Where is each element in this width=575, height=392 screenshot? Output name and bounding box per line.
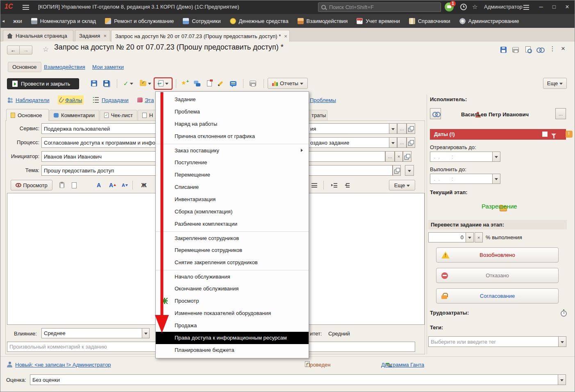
form-tab[interactable]: Комментарии [49, 110, 99, 120]
section-tab[interactable]: Администрирование [455, 14, 524, 28]
maximize-button[interactable]: □ [549, 2, 559, 11]
service-menu-icon[interactable] [523, 5, 529, 10]
menu-item[interactable]: Продажа [156, 319, 309, 332]
respond-by-input[interactable] [430, 152, 493, 162]
print-button[interactable] [247, 78, 259, 89]
timer-icon[interactable] [561, 310, 567, 317]
main-menu-icon[interactable] [23, 5, 29, 10]
stage-approval-button[interactable]: Согласование [436, 288, 559, 304]
scroll-left-icon[interactable]: ◂ [2, 18, 9, 24]
favorite-toggle-icon[interactable]: ☆ [43, 45, 49, 54]
menu-item[interactable]: Разбиение комплектации [156, 218, 309, 230]
create-on-basis-button[interactable]: ↩ [155, 78, 172, 89]
discussions-button[interactable] [191, 78, 203, 89]
dropdown-button[interactable] [466, 232, 474, 242]
priority-value[interactable]: Средний [328, 331, 350, 337]
dropdown-button[interactable] [492, 152, 500, 162]
menu-item[interactable]: Сборка (комплектация) [156, 206, 309, 218]
form-tab[interactable]: Основное [6, 109, 49, 121]
global-search[interactable] [318, 2, 441, 12]
close-form-button[interactable]: × [558, 44, 568, 54]
menu-item[interactable]: Заказ поставщику [156, 144, 309, 156]
indent-button[interactable] [328, 180, 340, 190]
preview-header-button[interactable] [523, 44, 533, 54]
menu-item[interactable]: Начало обслуживания [156, 270, 309, 283]
important-button[interactable] [204, 78, 215, 89]
message-button[interactable] [227, 78, 239, 89]
paste-button[interactable] [56, 180, 67, 190]
tab-home[interactable]: Начальная страница [3, 30, 73, 41]
due-by-input[interactable] [430, 174, 493, 184]
section-tab[interactable]: Номенклатура и склад [27, 14, 100, 28]
related-link[interactable]: Файлы [58, 95, 84, 104]
section-tab[interactable]: жки [9, 14, 27, 28]
tab-access-request[interactable]: Запрос на доступ № 20 от 07.07.23 (Прошу… [111, 30, 290, 42]
related-link[interactable]: Подзадачи [93, 95, 129, 104]
executor-choose-button[interactable]: … [555, 108, 566, 119]
menu-item[interactable]: Изменение показателей оборудования [156, 307, 309, 319]
minimize-button[interactable]: ─ [536, 2, 546, 11]
print-header-button[interactable] [510, 45, 521, 54]
nav-current[interactable]: Основное [8, 62, 41, 72]
close-tab-icon[interactable]: × [284, 33, 287, 39]
open-button[interactable] [403, 151, 411, 162]
more-button[interactable]: Еще [543, 78, 567, 89]
stage-resumed-button[interactable]: Возобновлено [436, 247, 559, 263]
tab-tasks[interactable]: Задания × [75, 30, 110, 41]
stage-declined-button[interactable]: Отказано [436, 268, 559, 283]
more-actions-button[interactable]: ⋮ [547, 44, 558, 54]
tags-input[interactable] [428, 336, 559, 347]
menu-item[interactable]: Снятие закрепления сотрудников [156, 256, 309, 269]
nav-link-notes[interactable]: Мои заметки [92, 64, 124, 70]
section-tab[interactable]: Денежные средства [225, 14, 293, 28]
open-button[interactable] [407, 123, 415, 134]
favorites-icon[interactable]: ☆ [472, 3, 477, 11]
reports-button[interactable]: Отчеты [268, 78, 308, 89]
related-link[interactable]: Эта [137, 95, 154, 104]
font-color-button[interactable]: А [93, 180, 105, 190]
menu-item[interactable]: Причина отклонения от графика [156, 130, 309, 143]
open-button[interactable] [393, 165, 401, 176]
rating-select[interactable] [30, 374, 558, 385]
gantt-link[interactable]: Диаграмма Ганта [381, 362, 424, 368]
menu-item[interactable]: Инвентаризация [156, 193, 309, 206]
menu-item[interactable]: Проблема [156, 106, 309, 118]
menu-item[interactable]: Перемещение [156, 169, 309, 181]
close-window-button[interactable]: × [562, 2, 573, 11]
menu-item[interactable]: Перемещение сотрудников [156, 244, 309, 256]
editor-more-button[interactable]: Еще [389, 180, 415, 190]
forward-button[interactable]: → [20, 45, 32, 54]
nav-link-interactions[interactable]: Взаимодействия [44, 64, 85, 70]
paste-special-button[interactable] [68, 180, 80, 190]
executor-link-button[interactable] [430, 108, 441, 119]
post-and-close-button[interactable]: Провести и закрыть [7, 78, 79, 89]
font-bigger-button[interactable]: А [105, 180, 117, 190]
section-tab[interactable]: Справочники [405, 14, 455, 28]
dropdown-button[interactable] [558, 374, 566, 385]
dates-checkbox[interactable] [542, 131, 548, 137]
save-header-button[interactable] [498, 45, 509, 54]
menu-item[interactable]: Списание [156, 181, 309, 193]
menu-item[interactable]: Просмотр [156, 295, 309, 307]
dropdown-button[interactable] [492, 174, 500, 184]
history-icon[interactable] [460, 4, 467, 10]
search-input[interactable] [329, 3, 439, 11]
dropdown-button[interactable] [558, 336, 566, 347]
percent-input[interactable] [428, 232, 466, 242]
filter-icon[interactable] [551, 134, 557, 139]
ellipsis-button[interactable]: … [385, 151, 395, 162]
close-tab-icon[interactable]: × [103, 33, 107, 39]
clear-button[interactable]: × [395, 151, 403, 162]
forward-split-button[interactable] [137, 78, 154, 89]
add-favorite-button[interactable] [179, 78, 191, 89]
approve-split-button[interactable]: ✓ [120, 78, 136, 89]
state-link[interactable]: Новый: <не записан !> Администратор [15, 362, 111, 368]
menu-item[interactable]: Задание [156, 93, 309, 106]
menu-item[interactable]: Закрепление сотрудников [156, 231, 309, 244]
dropdown-button[interactable] [142, 328, 150, 338]
menu-item[interactable]: Окончание обслуживания [156, 283, 309, 295]
get-link-button[interactable] [535, 45, 545, 54]
open-button[interactable] [407, 137, 415, 148]
outdent-button[interactable] [341, 180, 352, 190]
save-and-close-button[interactable] [100, 78, 112, 89]
